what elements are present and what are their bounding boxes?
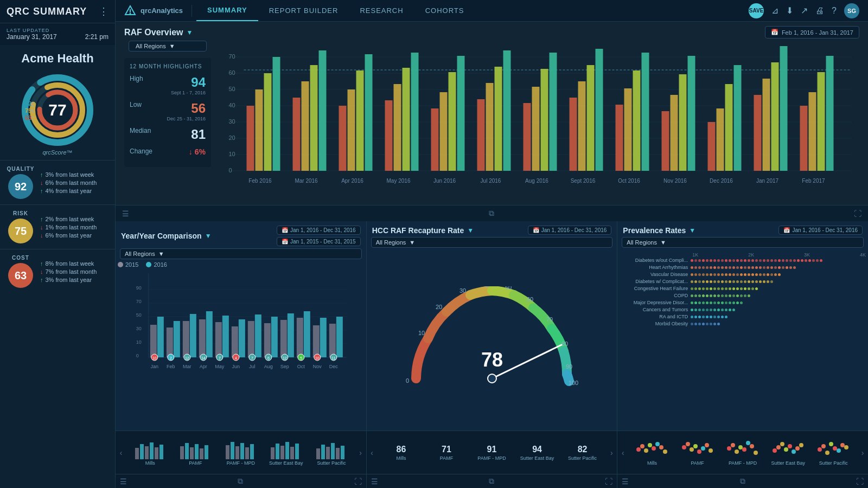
svg-rect-194 <box>295 444 299 459</box>
raf-filter-icon[interactable]: ▼ <box>186 29 193 36</box>
hcc-footer-prev-btn[interactable]: ‹ <box>367 431 378 474</box>
svg-rect-128 <box>222 316 229 357</box>
hcc-raf-panel: HCC RAF Recapture Rate ▼ 📅 Jan 1, 2016 -… <box>367 221 618 488</box>
cost-stat-1-text: 7% from last month <box>46 268 97 275</box>
download-icon[interactable]: ⬇ <box>786 5 793 16</box>
year-comparison-filter-icon[interactable]: ▼ <box>205 232 212 240</box>
nav-tab-summary[interactable]: SUMMARY <box>196 0 258 21</box>
last-updated-date: January 31, 2017 <box>7 33 57 41</box>
prev-hamburger-icon[interactable]: ☰ <box>622 477 629 486</box>
risk-value: 75 <box>15 225 27 237</box>
svg-rect-123 <box>199 319 206 357</box>
footer-prev-btn[interactable]: ‹ <box>116 431 126 474</box>
raf-bar-chart-svg: 0 10 20 30 40 50 60 70 <box>215 41 864 201</box>
prev-dot <box>755 273 758 276</box>
low-value: 56 <box>167 101 206 116</box>
svg-point-226 <box>693 444 698 448</box>
footer-mini-chart-mills <box>134 440 167 459</box>
svg-text:Sept 2016: Sept 2016 <box>571 178 596 184</box>
user-avatar[interactable]: SG <box>844 3 859 18</box>
svg-rect-50 <box>440 92 448 171</box>
footer-next-btn[interactable]: › <box>355 431 366 474</box>
low-date: Dec 25 - 31, 2016 <box>167 116 206 121</box>
hcc-footer-next-btn[interactable]: › <box>606 431 617 474</box>
hamburger-icon[interactable]: ☰ <box>122 209 129 218</box>
prev-dot <box>770 266 773 269</box>
prevalence-region-dropdown[interactable]: All Regions ▼ <box>622 237 864 248</box>
prevalence-footer: ‹ Mills <box>617 431 868 474</box>
prev-dot <box>744 259 746 262</box>
prev-dot <box>717 309 720 311</box>
nav-tab-cohorts[interactable]: COHORTS <box>414 0 475 21</box>
share-icon[interactable]: ↗ <box>801 5 808 16</box>
cost-stat-2: ↑ 3% from last year <box>40 277 97 283</box>
sidebar-menu-icon[interactable]: ⋮ <box>99 5 108 17</box>
prev-footer-items: Mills PAMF <box>628 438 857 468</box>
prevalence-dots-row <box>690 266 796 269</box>
nav-tab-report-builder[interactable]: REPORT BUILDER <box>258 0 349 21</box>
prev-dot <box>717 287 720 290</box>
prevalence-row: Cancers and Tumors <box>620 307 866 312</box>
hcc-cal-icon: 📅 <box>533 227 539 233</box>
legend-2016-label: 2016 <box>154 261 167 268</box>
prev-footer-prev-btn[interactable]: ‹ <box>617 431 628 474</box>
hcc-hamburger-icon[interactable]: ☰ <box>371 477 378 486</box>
year-comparison-region-dropdown[interactable]: All Regions ▼ <box>120 248 362 259</box>
prevalence-condition-label: Vascular Disease <box>620 272 690 277</box>
hcc-collapse-icon[interactable]: ⧉ <box>489 477 494 486</box>
prev-dropdown-chevron: ▼ <box>660 239 666 246</box>
prev-collapse-icon[interactable]: ⧉ <box>740 477 745 486</box>
prev-dot <box>786 259 788 262</box>
svg-point-241 <box>780 442 784 446</box>
svg-rect-39 <box>310 65 318 171</box>
svg-rect-59 <box>541 69 548 171</box>
prev-dot <box>778 273 781 276</box>
prev-footer-next-btn[interactable]: › <box>857 431 868 474</box>
svg-rect-62 <box>578 81 586 171</box>
svg-rect-127 <box>215 322 222 357</box>
prev-dot <box>691 273 693 276</box>
year-comparison-header: Year/Year Comparison ▼ 📅 Jan 1, 2016 - D… <box>116 221 366 248</box>
hcc-raf-title: HCC RAF Recapture Rate ▼ <box>372 226 474 235</box>
raf-region-dropdown[interactable]: All Regions ▼ <box>129 41 207 52</box>
nav-tab-research[interactable]: RESEARCH <box>349 0 414 21</box>
svg-rect-61 <box>570 98 577 171</box>
print-icon[interactable]: 🖨 <box>815 6 824 16</box>
prev-dot <box>694 259 697 262</box>
cost-stat-2-text: 3% from last year <box>46 277 92 283</box>
yc-collapse-icon[interactable]: ⧉ <box>238 477 243 486</box>
raf-region-text: All Regions <box>136 43 166 49</box>
prev-dot <box>786 266 788 269</box>
prev-dot <box>744 266 746 269</box>
svg-text:Jun 2016: Jun 2016 <box>433 178 456 184</box>
svg-point-238 <box>754 451 758 455</box>
hcc-expand-icon[interactable]: ⛶ <box>605 477 612 486</box>
prev-dot <box>751 280 754 283</box>
yc-hamburger-icon[interactable]: ☰ <box>120 477 127 486</box>
prev-dot <box>793 259 796 262</box>
expand-icon[interactable]: ⛶ <box>854 209 861 218</box>
prev-dot <box>732 266 735 269</box>
high-value: 94 <box>171 75 206 90</box>
hcc-filter-icon[interactable]: ▼ <box>467 227 474 234</box>
prev-expand-icon[interactable]: ⛶ <box>856 477 864 486</box>
hcc-region-dropdown[interactable]: All Regions ▼ <box>371 237 613 248</box>
prevalence-filter-icon[interactable]: ▼ <box>689 227 695 234</box>
prev-dot <box>801 259 803 262</box>
raf-body: All Regions ▼ 12 MONTH HIGHLIGHTS High 9… <box>116 41 868 205</box>
raf-chart: 0 10 20 30 40 50 60 70 <box>215 41 864 203</box>
help-icon[interactable]: ? <box>832 6 837 16</box>
prev-dot <box>713 266 716 269</box>
svg-text:Feb 2017: Feb 2017 <box>802 178 825 184</box>
svg-rect-180 <box>195 444 199 459</box>
svg-text:Sep: Sep <box>280 364 289 369</box>
yc-expand-icon[interactable]: ⛶ <box>354 477 362 486</box>
collapse-icon[interactable]: ⧉ <box>489 209 494 218</box>
prev-dot <box>702 323 705 325</box>
donut-chart-svg: Q R C 92 75 63 77 <box>20 72 95 148</box>
prevalence-body: 1K 2K 3K 4K Diabetes w/out Compli... Hea… <box>617 250 868 431</box>
raf-date-text: Feb 1, 2016 - Jan 31, 2017 <box>782 29 853 36</box>
change-value-row: ↓ 6% <box>189 147 206 156</box>
filter-icon[interactable]: ⊿ <box>771 5 778 16</box>
save-button[interactable]: SAVE <box>749 3 764 18</box>
